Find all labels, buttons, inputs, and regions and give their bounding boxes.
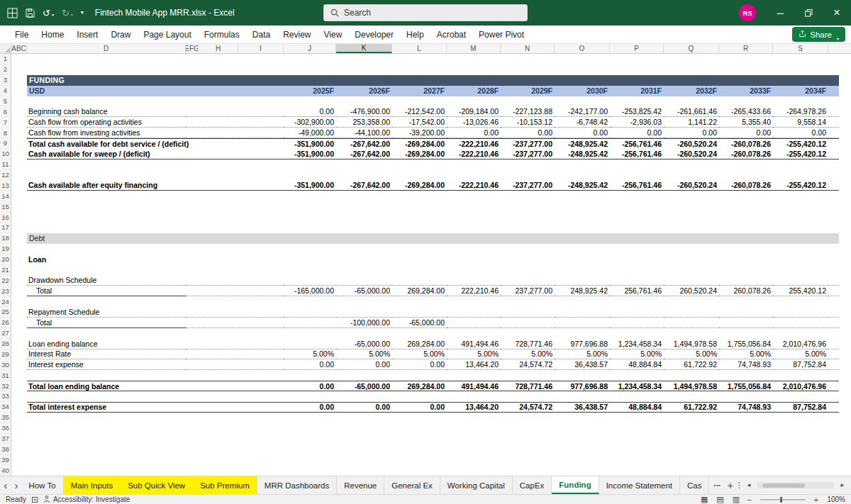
value-cell[interactable]: -10,153.12: [501, 117, 555, 128]
normal-view-icon[interactable]: ▦: [699, 495, 709, 504]
row-header-7[interactable]: 7: [0, 117, 11, 128]
row-header-25[interactable]: 25: [0, 307, 11, 318]
hscroll-right-icon[interactable]: ►: [837, 482, 848, 488]
row-header-23[interactable]: 23: [0, 286, 11, 296]
value-cell[interactable]: [555, 318, 610, 328]
value-cell[interactable]: 728,771.46: [501, 381, 555, 391]
value-cell[interactable]: 491,494.46: [447, 339, 501, 349]
sheet-tab-mrr-dashboards[interactable]: MRR Dashboards: [257, 476, 337, 494]
row-header-1[interactable]: 1: [0, 54, 11, 65]
hscroll-left-icon[interactable]: ◄: [743, 482, 755, 488]
menu-tab-draw[interactable]: Draw: [104, 26, 137, 43]
value-cell[interactable]: 0.00: [392, 403, 447, 412]
value-cell[interactable]: 977,696.88: [555, 381, 610, 391]
value-cell[interactable]: -256,761.46: [610, 149, 664, 159]
value-cell[interactable]: [284, 307, 336, 318]
value-cell[interactable]: 87,752.84: [773, 403, 828, 412]
sheet-tab-funding[interactable]: Funding: [552, 476, 599, 494]
value-cell[interactable]: [392, 275, 447, 286]
value-cell[interactable]: 1,494,978.58: [664, 339, 719, 349]
row-header-39[interactable]: 39: [0, 454, 11, 465]
value-cell[interactable]: -39,200.00: [392, 128, 447, 138]
value-cell[interactable]: 0.00: [447, 128, 501, 138]
column-header-l[interactable]: L: [392, 44, 447, 53]
value-cell[interactable]: 48,884.84: [610, 403, 664, 412]
menu-tab-page-layout[interactable]: Page Layout: [137, 26, 197, 43]
value-cell[interactable]: 0.00: [284, 106, 336, 117]
value-cell[interactable]: [610, 275, 664, 286]
value-cell[interactable]: 13,464.20: [447, 359, 501, 370]
zoom-in-icon[interactable]: +: [814, 495, 818, 504]
value-cell[interactable]: 5.00%: [501, 349, 555, 360]
value-cell[interactable]: [719, 307, 773, 318]
value-cell[interactable]: [284, 275, 336, 286]
row-label[interactable]: Interest expense: [27, 359, 186, 370]
value-cell[interactable]: 0.00: [336, 359, 392, 370]
value-cell[interactable]: [773, 318, 828, 328]
value-cell[interactable]: 728,771.46: [501, 339, 555, 349]
value-cell[interactable]: -222,210.46: [447, 149, 501, 159]
column-header-n[interactable]: N: [501, 44, 555, 53]
column-header-p[interactable]: P: [610, 44, 664, 53]
value-cell[interactable]: -255,420.12: [773, 149, 828, 159]
row-header-37[interactable]: 37: [0, 434, 11, 444]
value-cell[interactable]: -17,542.00: [392, 117, 447, 128]
value-cell[interactable]: [719, 318, 773, 328]
value-cell[interactable]: 36,438.57: [555, 359, 610, 370]
value-cell[interactable]: 0.00: [336, 403, 392, 412]
hscroll-thumb[interactable]: [762, 483, 805, 488]
value-cell[interactable]: -260,520.24: [664, 139, 719, 149]
value-cell[interactable]: 256,761.46: [610, 286, 664, 296]
column-header-i[interactable]: I: [238, 44, 284, 53]
row-label[interactable]: Loan ending balance: [27, 339, 186, 349]
value-cell[interactable]: [773, 307, 828, 318]
sheet-tab-sub-premium[interactable]: Sub Premium: [193, 476, 257, 494]
column-header-q[interactable]: Q: [664, 44, 719, 53]
row-header-3[interactable]: 3: [0, 75, 11, 86]
zoom-percent[interactable]: 100%: [824, 495, 845, 503]
value-cell[interactable]: 260,078.26: [719, 286, 773, 296]
value-cell[interactable]: 24,574.72: [501, 403, 555, 412]
row-label[interactable]: Beginning cash balance: [27, 106, 186, 117]
value-cell[interactable]: -269,284.00: [392, 139, 447, 149]
value-cell[interactable]: [664, 275, 719, 286]
value-cell[interactable]: -248,925.42: [555, 181, 610, 191]
value-cell[interactable]: 255,420.12: [773, 286, 828, 296]
value-cell[interactable]: 5.00%: [773, 349, 828, 360]
row-header-4[interactable]: 4: [0, 86, 11, 96]
row-label[interactable]: Cash available for sweep / (deficit): [27, 149, 186, 159]
value-cell[interactable]: 2,010,476.96: [773, 381, 828, 391]
value-cell[interactable]: -260,520.24: [664, 149, 719, 159]
value-cell[interactable]: -44,100.00: [336, 128, 392, 138]
row-label[interactable]: Total interest expense: [27, 403, 186, 412]
value-cell[interactable]: -237,277.00: [501, 181, 555, 191]
column-header-m[interactable]: M: [447, 44, 501, 53]
value-cell[interactable]: 61,722.92: [664, 403, 719, 412]
value-cell[interactable]: -260,078.26: [719, 139, 773, 149]
value-cell[interactable]: 9,558.14: [773, 117, 828, 128]
value-cell[interactable]: 87,752.84: [773, 359, 828, 370]
value-cell[interactable]: -260,078.26: [719, 149, 773, 159]
value-cell[interactable]: 0.00: [773, 128, 828, 138]
row-header-13[interactable]: 13: [0, 181, 11, 191]
value-cell[interactable]: [664, 318, 719, 328]
value-cell[interactable]: 61,722.92: [664, 359, 719, 370]
value-cell[interactable]: [555, 307, 610, 318]
menu-tab-power-pivot[interactable]: Power Pivot: [472, 26, 530, 43]
row-label[interactable]: Drawdown Schedule: [27, 275, 186, 286]
column-header-abc[interactable]: ABC: [11, 44, 27, 53]
value-cell[interactable]: 248,925.42: [555, 286, 610, 296]
value-cell[interactable]: 491,494.46: [447, 381, 501, 391]
row-label[interactable]: Total cash available for debt service / …: [27, 139, 186, 149]
value-cell[interactable]: 1,234,458.34: [610, 381, 664, 391]
value-cell[interactable]: -165,000.00: [284, 286, 336, 296]
row-header-26[interactable]: 26: [0, 318, 11, 328]
row-header-29[interactable]: 29: [0, 349, 11, 360]
value-cell[interactable]: 5.00%: [284, 349, 336, 360]
row-header-30[interactable]: 30: [0, 359, 11, 370]
value-cell[interactable]: 0.00: [719, 128, 773, 138]
value-cell[interactable]: 36,438.57: [555, 403, 610, 412]
value-cell[interactable]: -267,642.00: [336, 181, 392, 191]
row-header-32[interactable]: 32: [0, 381, 11, 391]
value-cell[interactable]: 5.00%: [555, 349, 610, 360]
